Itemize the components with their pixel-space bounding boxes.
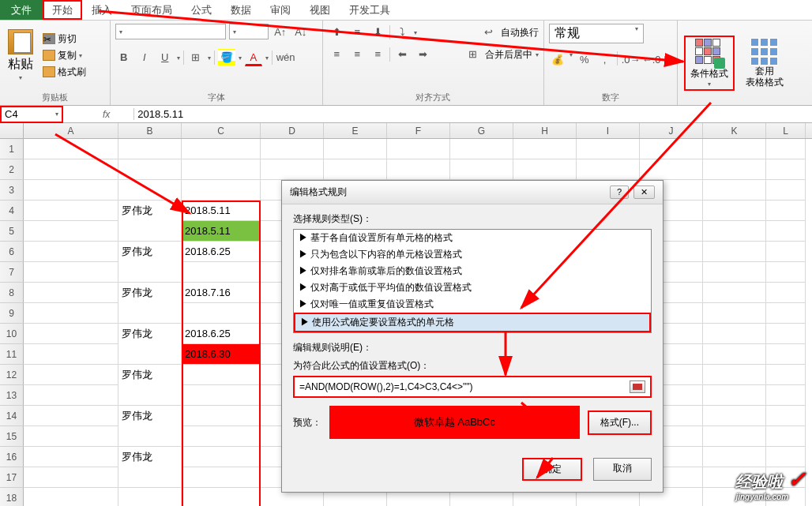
dec-decimal-button[interactable]: ←.0 (641, 51, 659, 69)
row-header[interactable]: 2 (0, 159, 24, 180)
row-header[interactable]: 3 (0, 180, 24, 201)
rule-type-item[interactable]: ▶ 仅对排名靠前或靠后的数值设置格式 (294, 263, 651, 279)
phonetic-button[interactable]: wén (276, 49, 293, 66)
rule-type-list[interactable]: ▶ 基于各自值设置所有单元格的格式 ▶ 只为包含以下内容的单元格设置格式 ▶ 仅… (293, 229, 652, 333)
row-header[interactable]: 8 (0, 283, 24, 303)
col-header[interactable]: E (324, 123, 387, 138)
row-header[interactable]: 11 (0, 344, 24, 365)
align-left-button[interactable]: ≡ (328, 46, 345, 63)
rule-formula-input[interactable]: =AND(MOD(ROW(),2)=1,C4>C3,C4<>"") (293, 376, 652, 398)
row-header[interactable]: 10 (0, 324, 24, 344)
col-header[interactable]: G (450, 123, 513, 138)
align-center-button[interactable]: ≡ (348, 46, 366, 63)
italic-button[interactable]: I (136, 49, 153, 66)
row-header[interactable]: 15 (0, 426, 24, 447)
menu-formulas[interactable]: 公式 (182, 0, 221, 20)
indent-inc-button[interactable]: ➡ (414, 46, 431, 63)
underline-button[interactable]: U (156, 49, 174, 66)
inc-decimal-button[interactable]: .0→ (621, 51, 638, 69)
merge-button[interactable]: 合并后居中 (485, 48, 532, 62)
wrap-button[interactable]: 自动换行 (501, 26, 539, 39)
row-header[interactable]: 9 (0, 303, 24, 324)
font-family-select[interactable]: ▾ (115, 24, 226, 39)
cell[interactable]: 罗伟龙 (118, 365, 182, 385)
formula-input[interactable]: 2018.5.11 (133, 108, 812, 120)
currency-button[interactable]: 💰 (549, 51, 566, 69)
row-header[interactable]: 7 (0, 262, 24, 283)
fmt-painter-button[interactable]: 格式刷 (41, 65, 88, 80)
comma-button[interactable]: , (596, 51, 614, 69)
number-format-select[interactable]: 常规 ▾ (549, 24, 644, 43)
cell[interactable]: 罗伟龙 (118, 283, 182, 303)
row-header[interactable]: 16 (0, 447, 24, 467)
cell[interactable]: 罗伟龙 (118, 324, 182, 344)
menu-start[interactable]: 开始 (43, 0, 82, 20)
cut-button[interactable]: ✂剪切 (41, 32, 88, 47)
rule-type-item[interactable]: ▶ 基于各自值设置所有单元格的格式 (294, 230, 651, 246)
col-header[interactable]: H (513, 123, 577, 138)
cell[interactable]: 2018.6.25 (182, 324, 261, 344)
table-format-button[interactable]: 套用 表格格式 (741, 36, 788, 88)
row-header[interactable]: 14 (0, 406, 24, 426)
fill-color-button[interactable]: 🪣 (218, 49, 235, 66)
copy-button[interactable]: 复制▾ (41, 48, 88, 63)
menu-insert[interactable]: 插入 (82, 0, 122, 20)
dialog-close-button[interactable]: ✕ (633, 186, 655, 199)
font-color-button[interactable]: A (245, 49, 262, 66)
cancel-button[interactable]: 取消 (593, 458, 652, 481)
col-header[interactable]: B (118, 123, 182, 138)
cell[interactable]: 罗伟龙 (118, 201, 182, 221)
font-size-select[interactable]: ▾ (229, 24, 269, 39)
align-middle-button[interactable]: ≡ (348, 24, 366, 41)
col-header[interactable]: C (182, 123, 261, 138)
dialog-help-button[interactable]: ? (610, 186, 629, 199)
grow-font-button[interactable]: A↑ (272, 24, 289, 41)
rule-type-item-selected[interactable]: ▶ 使用公式确定要设置格式的单元格 (294, 313, 651, 332)
border-button[interactable]: ⊞ (187, 49, 205, 66)
name-box[interactable]: C4 ▾ (0, 106, 63, 123)
menu-review[interactable]: 审阅 (261, 0, 300, 20)
row-header[interactable]: 13 (0, 385, 24, 406)
orientation-button[interactable]: ⤵ (393, 24, 411, 41)
col-header[interactable]: L (766, 123, 806, 138)
select-all-corner[interactable] (0, 123, 24, 138)
conditional-format-button[interactable]: 条件格式 ▾ (684, 36, 735, 91)
col-header[interactable]: J (640, 123, 703, 138)
cell[interactable]: 2018.6.30 (182, 344, 261, 365)
cell[interactable]: 2018.6.25 (182, 242, 261, 262)
align-bottom-button[interactable]: ⬇ (369, 24, 386, 41)
row-header[interactable]: 6 (0, 242, 24, 262)
range-picker-button[interactable] (630, 380, 645, 393)
cell[interactable]: 2018.5.11 (182, 201, 261, 221)
percent-button[interactable]: % (576, 51, 593, 69)
cell[interactable]: 罗伟龙 (118, 447, 182, 467)
col-header[interactable]: F (387, 123, 450, 138)
menu-data[interactable]: 数据 (221, 0, 261, 20)
row-header[interactable]: 17 (0, 467, 24, 488)
col-header[interactable]: I (577, 123, 640, 138)
menu-layout[interactable]: 页面布局 (122, 0, 182, 20)
col-header[interactable]: K (703, 123, 766, 138)
rule-type-item[interactable]: ▶ 仅对高于或低于平均值的数值设置格式 (294, 279, 651, 296)
cell[interactable]: 罗伟龙 (118, 406, 182, 426)
row-header[interactable]: 4 (0, 201, 24, 221)
col-header[interactable]: A (24, 123, 118, 138)
align-right-button[interactable]: ≡ (369, 46, 386, 63)
row-header[interactable]: 5 (0, 221, 24, 242)
rule-type-item[interactable]: ▶ 只为包含以下内容的单元格设置格式 (294, 246, 651, 263)
fx-icon[interactable]: fx (63, 109, 133, 120)
indent-dec-button[interactable]: ⬅ (393, 46, 411, 63)
format-button[interactable]: 格式(F)... (588, 410, 652, 435)
row-header[interactable]: 1 (0, 139, 24, 159)
menu-file[interactable]: 文件 (0, 0, 43, 20)
align-top-button[interactable]: ⬆ (328, 24, 345, 41)
row-header[interactable]: 12 (0, 365, 24, 385)
paste-button[interactable]: 粘贴 ▾ (5, 28, 36, 83)
cell[interactable]: 2018.5.11 (182, 221, 261, 242)
cell[interactable]: 罗伟龙 (118, 242, 182, 262)
menu-dev[interactable]: 开发工具 (340, 0, 400, 20)
cell[interactable]: 2018.7.16 (182, 283, 261, 303)
col-header[interactable]: D (261, 123, 324, 138)
chevron-down-icon[interactable]: ▾ (55, 111, 58, 118)
rule-type-item[interactable]: ▶ 仅对唯一值或重复值设置格式 (294, 296, 651, 313)
